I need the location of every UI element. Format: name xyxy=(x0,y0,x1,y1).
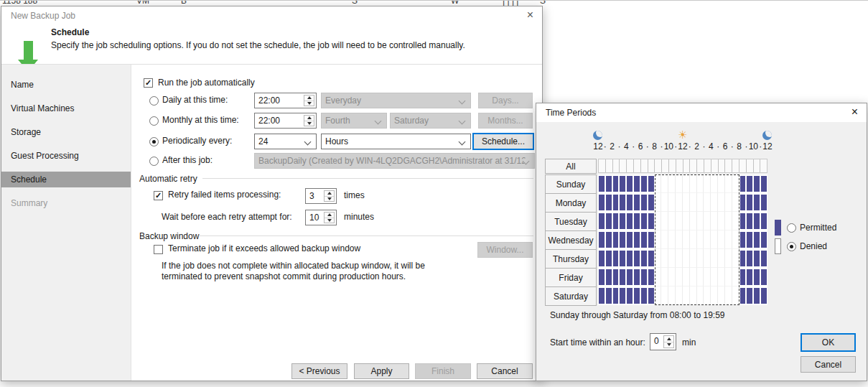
after-job-radio[interactable] xyxy=(149,157,159,166)
permitted-cell[interactable] xyxy=(648,268,655,286)
permitted-cell[interactable] xyxy=(605,268,612,286)
tp-cancel-button[interactable]: Cancel xyxy=(801,356,856,373)
permitted-cell[interactable] xyxy=(760,268,767,286)
permitted-cell[interactable] xyxy=(746,212,753,230)
permitted-cell[interactable] xyxy=(612,268,620,286)
permitted-cell[interactable] xyxy=(746,193,753,212)
permitted-cell[interactable] xyxy=(739,268,747,286)
permitted-cell[interactable] xyxy=(598,193,605,212)
permitted-cell[interactable] xyxy=(760,193,767,212)
permitted-cell[interactable] xyxy=(746,249,753,268)
permitted-cell[interactable] xyxy=(753,212,760,230)
spinner-arrows[interactable] xyxy=(324,190,335,202)
permitted-cell[interactable] xyxy=(612,286,620,305)
permitted-cell[interactable] xyxy=(746,174,753,193)
permitted-cell[interactable] xyxy=(640,286,648,305)
permitted-cell[interactable] xyxy=(626,212,633,230)
permitted-cell[interactable] xyxy=(626,193,633,212)
permitted-cell[interactable] xyxy=(633,286,640,305)
permitted-cell[interactable] xyxy=(739,286,747,305)
sidebar-item-storage[interactable]: Storage xyxy=(1,124,131,140)
spinner-arrows[interactable] xyxy=(304,115,314,126)
daily-radio[interactable] xyxy=(149,96,159,106)
permitted-cell[interactable] xyxy=(640,193,648,212)
permitted-cell[interactable] xyxy=(605,230,612,249)
permitted-cell[interactable] xyxy=(598,174,605,193)
retry-checkbox[interactable]: ✓ xyxy=(154,191,163,200)
permitted-cell[interactable] xyxy=(619,174,626,193)
permitted-cell[interactable] xyxy=(746,268,753,286)
permitted-cell[interactable] xyxy=(648,249,655,268)
permitted-cell[interactable] xyxy=(739,193,747,212)
retry-count-spinner[interactable]: 3 xyxy=(305,188,337,204)
sidebar-item-name[interactable]: Name xyxy=(1,77,131,93)
day-button-wednesday[interactable]: Wednesday xyxy=(545,230,597,250)
permitted-cell[interactable] xyxy=(626,268,633,286)
permitted-cell[interactable] xyxy=(612,212,620,230)
permitted-cell[interactable] xyxy=(633,212,640,230)
permitted-cell[interactable] xyxy=(753,230,760,249)
grid-selection-rectangle[interactable] xyxy=(655,174,739,305)
permitted-cell[interactable] xyxy=(605,249,612,268)
permitted-cell[interactable] xyxy=(640,268,648,286)
day-button-saturday[interactable]: Saturday xyxy=(545,286,597,306)
permitted-cell[interactable] xyxy=(760,174,767,193)
monthly-time-spinner[interactable]: 22:00 xyxy=(254,113,317,129)
permitted-cell[interactable] xyxy=(640,212,648,230)
permitted-cell[interactable] xyxy=(753,193,760,212)
periodically-radio[interactable] xyxy=(149,137,159,146)
spinner-arrows[interactable] xyxy=(304,95,314,106)
permitted-cell[interactable] xyxy=(739,249,747,268)
monthly-radio[interactable] xyxy=(149,116,159,126)
apply-button[interactable]: Apply xyxy=(354,363,409,379)
permitted-cell[interactable] xyxy=(598,286,605,305)
permitted-cell[interactable] xyxy=(626,174,633,193)
run-automatically-checkbox[interactable]: ✓ xyxy=(144,78,153,88)
permitted-cell[interactable] xyxy=(605,193,612,212)
cancel-button[interactable]: Cancel xyxy=(477,363,533,379)
permitted-cell[interactable] xyxy=(612,249,620,268)
permitted-cell[interactable] xyxy=(746,286,753,305)
sidebar-item-guest-processing[interactable]: Guest Processing xyxy=(1,148,131,164)
close-icon[interactable]: × xyxy=(851,106,858,118)
sidebar-item-schedule[interactable]: Schedule xyxy=(1,172,131,187)
permitted-cell[interactable] xyxy=(753,174,760,193)
permitted-cell[interactable] xyxy=(753,286,760,305)
sidebar-item-virtual-machines[interactable]: Virtual Machines xyxy=(1,101,131,116)
permitted-cell[interactable] xyxy=(598,230,605,249)
schedule-button[interactable]: Schedule... xyxy=(472,133,534,150)
permitted-cell[interactable] xyxy=(648,193,655,212)
permitted-cell[interactable] xyxy=(760,212,767,230)
permitted-cell[interactable] xyxy=(633,249,640,268)
select-all-button[interactable]: All xyxy=(545,159,597,174)
permitted-cell[interactable] xyxy=(648,212,655,230)
periodically-unit-dropdown[interactable]: Hours xyxy=(321,134,471,149)
permitted-cell[interactable] xyxy=(753,268,760,286)
permitted-cell[interactable] xyxy=(648,174,655,193)
permitted-cell[interactable] xyxy=(739,212,747,230)
permitted-cell[interactable] xyxy=(598,249,605,268)
permitted-cell[interactable] xyxy=(612,193,620,212)
wait-minutes-spinner[interactable]: 10 xyxy=(305,210,337,225)
day-button-tuesday[interactable]: Tuesday xyxy=(545,212,597,231)
permitted-cell[interactable] xyxy=(760,230,767,249)
permitted-cell[interactable] xyxy=(640,230,648,249)
spinner-arrows[interactable] xyxy=(324,212,335,223)
permitted-cell[interactable] xyxy=(605,212,612,230)
permitted-cell[interactable] xyxy=(760,286,767,305)
permitted-cell[interactable] xyxy=(640,249,648,268)
daily-time-spinner[interactable]: 22:00 xyxy=(254,93,317,108)
close-icon[interactable]: × xyxy=(527,9,533,21)
permitted-cell[interactable] xyxy=(619,249,626,268)
permitted-cell[interactable] xyxy=(640,174,648,193)
permitted-cell[interactable] xyxy=(633,174,640,193)
permitted-cell[interactable] xyxy=(739,174,747,193)
permitted-cell[interactable] xyxy=(633,193,640,212)
day-button-monday[interactable]: Monday xyxy=(545,193,597,213)
denied-radio[interactable] xyxy=(787,242,796,251)
spinner-arrows[interactable] xyxy=(663,335,674,348)
permitted-cell[interactable] xyxy=(619,212,626,230)
permitted-cell[interactable] xyxy=(648,286,655,305)
ok-button[interactable]: OK xyxy=(801,333,856,352)
permitted-cell[interactable] xyxy=(739,230,747,249)
